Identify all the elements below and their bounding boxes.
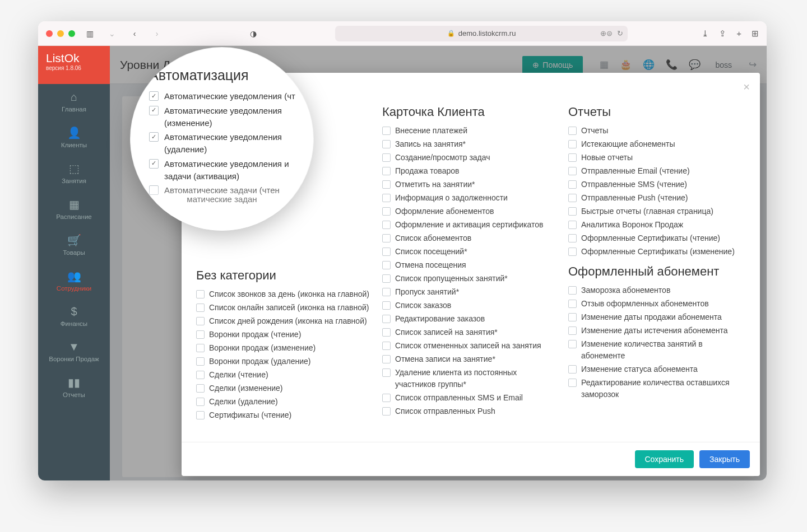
back-icon[interactable]: ‹: [127, 27, 142, 40]
permission-row: Список онлайн записей (иконка на главной…: [196, 302, 373, 314]
checkbox[interactable]: [382, 234, 391, 242]
save-button[interactable]: Сохранить: [635, 450, 694, 468]
checkbox[interactable]: [568, 286, 577, 295]
permission-row: Редактирование количества оставшихся зам…: [568, 377, 745, 400]
checkbox[interactable]: [568, 300, 577, 308]
checkbox[interactable]: [196, 411, 205, 419]
checkbox[interactable]: [382, 368, 391, 377]
checkbox[interactable]: [196, 384, 205, 393]
checkbox[interactable]: [196, 344, 205, 352]
checkbox[interactable]: [382, 355, 391, 363]
checkbox[interactable]: [196, 317, 205, 325]
forward-icon[interactable]: ›: [149, 27, 165, 40]
share-icon[interactable]: ⇪: [719, 29, 726, 39]
checkbox[interactable]: [568, 194, 577, 202]
checkbox[interactable]: [568, 221, 577, 229]
checkbox[interactable]: [196, 357, 205, 366]
checkbox[interactable]: [196, 290, 205, 298]
min-dot[interactable]: [57, 30, 64, 37]
reload-icon[interactable]: ↻: [617, 29, 623, 38]
lock-icon: 🔒: [447, 30, 455, 37]
checkbox[interactable]: [382, 274, 391, 283]
max-dot[interactable]: [68, 30, 75, 37]
url-bar[interactable]: 🔒 demo.listokcrm.ru ⊕⊜ ↻: [335, 26, 628, 41]
nav-label: Главная: [62, 106, 86, 113]
permission-label: Список абонементов: [395, 232, 471, 244]
nav-item[interactable]: ⌂Главная: [38, 84, 110, 119]
checkbox[interactable]: [568, 379, 577, 387]
permission-row: Отправленные SMS (чтение): [568, 179, 745, 190]
checkbox[interactable]: [196, 330, 205, 339]
permission-label: Список заказов: [395, 300, 451, 311]
checkbox[interactable]: [568, 365, 577, 374]
checkbox[interactable]: [382, 221, 391, 229]
translate-icon[interactable]: ⊕⊜: [600, 29, 613, 38]
checkbox-checked[interactable]: [149, 159, 159, 169]
nav-item[interactable]: ▼Воронки Продаж: [38, 334, 110, 369]
permission-row: Быстрые отчеты (главная страница): [568, 206, 745, 217]
checkbox[interactable]: [382, 153, 391, 162]
checkbox[interactable]: [382, 127, 391, 135]
checkbox[interactable]: [196, 304, 205, 312]
permission-row: Оформленные Сертификаты (изменение): [568, 246, 745, 258]
checkbox[interactable]: [568, 140, 577, 148]
checkbox[interactable]: [568, 313, 577, 321]
checkbox-checked[interactable]: [149, 132, 159, 142]
newtab-icon[interactable]: +: [736, 29, 741, 39]
checkbox[interactable]: [568, 326, 577, 335]
checkbox[interactable]: [382, 315, 391, 323]
nav-label: Финансы: [61, 320, 87, 327]
checkbox[interactable]: [382, 342, 391, 350]
checkbox[interactable]: [568, 127, 577, 135]
checkbox[interactable]: [382, 180, 391, 189]
mag-row: Автоматические уведомления (чт: [149, 90, 300, 102]
close-button[interactable]: Закрыть: [699, 450, 750, 468]
checkbox[interactable]: [196, 371, 205, 379]
nav-item[interactable]: 👤Клиенты: [38, 119, 110, 155]
titlebar: ▥ ⌄ ‹ › ◑ 🔒 demo.listokcrm.ru ⊕⊜ ↻ ⤓ ⇪ +…: [38, 21, 767, 46]
nav-item[interactable]: 🛒Товары: [38, 227, 110, 263]
permission-label: Редактирование количества оставшихся зам…: [581, 377, 745, 400]
checkbox[interactable]: [382, 288, 391, 296]
permission-row: Редактирование заказов: [382, 313, 559, 325]
checkbox[interactable]: [382, 394, 391, 402]
checkbox[interactable]: [568, 207, 577, 216]
checkbox[interactable]: [382, 207, 391, 216]
shield-icon[interactable]: ◑: [245, 27, 261, 40]
checkbox[interactable]: [382, 261, 391, 269]
checkbox[interactable]: [382, 301, 391, 310]
download-icon[interactable]: ⤓: [702, 29, 709, 39]
checkbox[interactable]: [382, 167, 391, 175]
nav-item[interactable]: ▦Расписание: [38, 191, 110, 227]
checkbox[interactable]: [382, 248, 391, 256]
nav-item[interactable]: 👥Сотрудники: [38, 263, 110, 298]
nav-item[interactable]: ▮▮Отчеты: [38, 369, 110, 405]
checkbox[interactable]: [568, 180, 577, 189]
nav-item[interactable]: $Финансы: [38, 298, 110, 334]
nav-icon: ▦: [69, 198, 80, 211]
permission-row: Изменение даты истечения абонемента: [568, 325, 745, 337]
checkbox[interactable]: [382, 194, 391, 202]
checkbox[interactable]: [568, 153, 577, 162]
checkbox[interactable]: [382, 140, 391, 148]
checkbox-checked[interactable]: [149, 91, 159, 101]
nav-item[interactable]: ⬚Занятия: [38, 155, 110, 191]
checkbox-checked[interactable]: [149, 106, 159, 115]
dropdown-icon[interactable]: ⌄: [104, 27, 120, 40]
tabs-icon[interactable]: ⊞: [752, 29, 759, 39]
checkbox[interactable]: [568, 248, 577, 256]
checkbox[interactable]: [568, 340, 577, 348]
permission-label: Отправленные Push (чтение): [581, 192, 688, 204]
checkbox[interactable]: [568, 234, 577, 242]
permission-row: Список абонементов: [382, 232, 559, 244]
traffic-lights: [46, 30, 75, 37]
mag-label: Автоматические уведомления (удаление): [164, 131, 300, 156]
checkbox[interactable]: [568, 167, 577, 175]
checkbox[interactable]: [196, 398, 205, 406]
checkbox[interactable]: [382, 328, 391, 337]
logo: ListOk версия 1.8.06: [38, 46, 110, 84]
close-icon[interactable]: ×: [743, 81, 750, 94]
close-dot[interactable]: [46, 30, 53, 37]
checkbox[interactable]: [382, 407, 391, 416]
sidebar-toggle-icon[interactable]: ▥: [82, 27, 98, 40]
